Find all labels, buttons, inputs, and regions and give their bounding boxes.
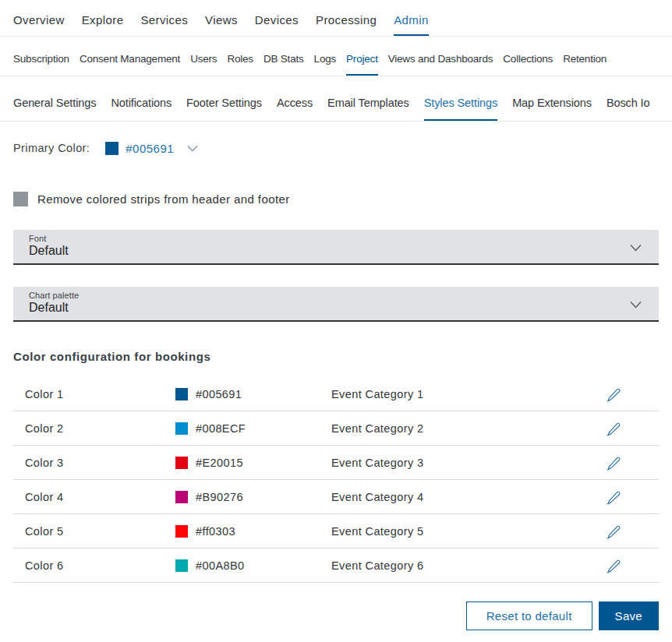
tab-footer-settings[interactable]: Footer Settings xyxy=(186,97,262,121)
color-hex: #005691 xyxy=(196,388,242,400)
color-hex: #008ECF xyxy=(196,422,246,435)
table-row: Color 3 #E20015 Event Category 3 xyxy=(13,446,659,480)
color-name: Color 3 xyxy=(13,457,175,469)
font-select-value: Default xyxy=(29,244,659,258)
tab-overview[interactable]: Overview xyxy=(13,13,65,36)
tab-views[interactable]: Views xyxy=(205,13,238,36)
bookings-color-table: Color 1 #005691 Event Category 1 Color 2… xyxy=(13,377,659,583)
primary-color-swatch xyxy=(105,142,118,155)
pencil-icon xyxy=(605,496,622,508)
tab-devices[interactable]: Devices xyxy=(255,13,299,36)
color-hex: #ff0303 xyxy=(196,525,235,538)
edit-color-button[interactable] xyxy=(568,418,659,439)
table-row: Color 1 #005691 Event Category 1 xyxy=(13,377,659,411)
pencil-icon xyxy=(605,393,622,405)
color-cell: #ff0303 xyxy=(175,525,331,538)
table-row: Color 5 #ff0303 Event Category 5 xyxy=(13,514,659,549)
color-cell: #B90276 xyxy=(175,491,331,503)
tab-db-stats[interactable]: DB Stats xyxy=(263,53,304,76)
tab-logs[interactable]: Logs xyxy=(314,53,336,76)
color-hex: #E20015 xyxy=(196,457,243,469)
tab-bosch-io[interactable]: Bosch Io xyxy=(607,97,650,121)
color-name: Color 2 xyxy=(13,422,175,435)
event-category: Event Category 6 xyxy=(331,559,568,572)
tab-processing[interactable]: Processing xyxy=(316,13,377,36)
color-swatch xyxy=(175,457,188,469)
tab-styles-settings[interactable]: Styles Settings xyxy=(424,97,497,121)
remove-strips-checkbox[interactable] xyxy=(13,192,28,206)
color-swatch xyxy=(175,559,188,572)
table-row: Color 6 #00A8B0 Event Category 6 xyxy=(13,549,659,583)
color-swatch xyxy=(175,422,188,435)
tab-services[interactable]: Services xyxy=(140,13,188,36)
tab-notifications[interactable]: Notifications xyxy=(111,97,172,121)
color-cell: #005691 xyxy=(175,388,331,400)
tab-views-and-dashboards[interactable]: Views and Dashboards xyxy=(388,53,493,76)
color-hex: #00A8B0 xyxy=(196,559,244,572)
primary-color-label: Primary Color: xyxy=(13,142,90,154)
reset-to-default-button[interactable]: Reset to default xyxy=(466,601,592,630)
primary-color-picker[interactable]: #005691 xyxy=(105,142,198,155)
tab-retention[interactable]: Retention xyxy=(563,53,607,76)
primary-color-value: #005691 xyxy=(126,142,174,155)
edit-color-button[interactable] xyxy=(568,384,659,404)
edit-color-button[interactable] xyxy=(568,556,659,576)
chart-palette-value: Default xyxy=(29,301,659,315)
color-name: Color 6 xyxy=(13,559,175,572)
event-category: Event Category 1 xyxy=(331,388,568,400)
color-hex: #B90276 xyxy=(196,491,243,503)
remove-strips-label: Remove colored strips from header and fo… xyxy=(37,192,290,206)
chevron-down-icon xyxy=(174,145,198,152)
pencil-icon xyxy=(605,428,622,439)
pencil-icon xyxy=(605,531,622,542)
tab-map-extensions[interactable]: Map Extensions xyxy=(512,97,592,121)
tab-explore[interactable]: Explore xyxy=(82,13,124,36)
event-category: Event Category 4 xyxy=(331,491,568,503)
color-swatch xyxy=(175,525,188,538)
tab-collections[interactable]: Collections xyxy=(503,53,553,76)
color-cell: #E20015 xyxy=(175,457,331,469)
color-cell: #008ECF xyxy=(175,422,331,435)
color-name: Color 1 xyxy=(13,388,175,400)
color-name: Color 5 xyxy=(13,525,175,538)
bookings-heading: Color configuration for bookings xyxy=(13,350,659,363)
event-category: Event Category 5 xyxy=(331,525,568,538)
font-select-label: Font xyxy=(29,234,659,243)
event-category: Event Category 2 xyxy=(331,422,568,435)
chart-palette-select[interactable]: Chart palette Default xyxy=(13,287,659,322)
tab-email-templates[interactable]: Email Templates xyxy=(327,97,409,121)
edit-color-button[interactable] xyxy=(568,521,659,541)
tab-users[interactable]: Users xyxy=(190,53,217,76)
edit-color-button[interactable] xyxy=(568,487,659,507)
color-swatch xyxy=(175,388,188,400)
color-swatch xyxy=(175,491,188,503)
pencil-icon xyxy=(605,565,622,577)
primary-nav: Overview Explore Services Views Devices … xyxy=(0,0,672,37)
edit-color-button[interactable] xyxy=(568,453,659,473)
font-select[interactable]: Font Default xyxy=(13,230,659,265)
color-name: Color 4 xyxy=(13,491,175,503)
project-settings-nav: General Settings Notifications Footer Se… xyxy=(0,76,672,122)
table-row: Color 4 #B90276 Event Category 4 xyxy=(13,480,659,514)
tab-project[interactable]: Project xyxy=(346,53,378,76)
tab-consent-management[interactable]: Consent Management xyxy=(80,53,180,76)
tab-access[interactable]: Access xyxy=(277,97,313,121)
admin-nav: Subscription Consent Management Users Ro… xyxy=(0,37,672,76)
table-row: Color 2 #008ECF Event Category 2 xyxy=(13,411,659,446)
pencil-icon xyxy=(605,462,622,474)
styles-settings-panel: Primary Color: #005691 Remove colored st… xyxy=(0,140,672,630)
tab-general-settings[interactable]: General Settings xyxy=(13,97,96,121)
chart-palette-label: Chart palette xyxy=(29,291,659,300)
tab-subscription[interactable]: Subscription xyxy=(13,53,69,76)
footer-actions: Reset to default Save xyxy=(13,601,659,630)
color-cell: #00A8B0 xyxy=(175,559,331,572)
save-button[interactable]: Save xyxy=(599,601,659,630)
event-category: Event Category 3 xyxy=(331,457,568,469)
tab-roles[interactable]: Roles xyxy=(227,53,253,76)
tab-admin[interactable]: Admin xyxy=(394,13,429,36)
